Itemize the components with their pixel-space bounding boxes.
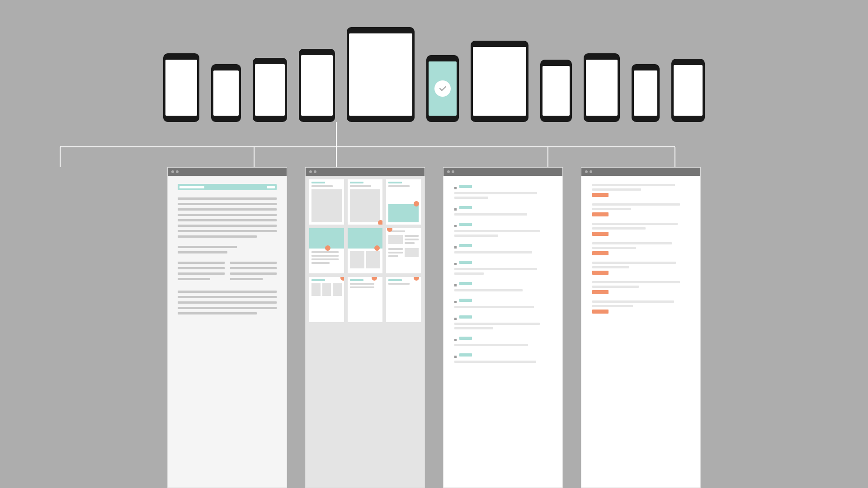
device-screen	[674, 65, 703, 116]
text-line	[178, 251, 227, 253]
tag-teal	[459, 185, 472, 188]
status-dot-icon	[325, 245, 330, 251]
text-line	[178, 219, 277, 221]
device-phone-2	[211, 64, 241, 122]
device-screen	[301, 55, 333, 116]
window-titlebar	[306, 168, 425, 176]
two-column-block	[178, 262, 277, 283]
window-list-orange	[581, 167, 701, 407]
list-item	[454, 314, 552, 329]
tag-teal	[459, 299, 472, 302]
list-item	[592, 203, 689, 216]
text-line	[178, 208, 277, 211]
document-header-bar	[178, 184, 277, 190]
window-control-dot	[590, 170, 592, 173]
window-titlebar	[581, 168, 700, 176]
text-line	[178, 272, 225, 275]
list-item	[454, 184, 552, 199]
windows-row	[0, 167, 723, 407]
text-line	[178, 312, 257, 314]
list-item	[454, 243, 552, 253]
device-screen	[255, 64, 285, 116]
text-line	[178, 307, 277, 309]
tag-teal	[459, 244, 472, 247]
tag-teal	[459, 315, 472, 319]
list-item	[454, 205, 552, 216]
list-item	[592, 223, 689, 236]
text-line	[178, 203, 277, 205]
text-line	[178, 225, 277, 227]
device-screen	[634, 70, 657, 116]
window-control-dot	[585, 170, 588, 173]
status-dot-icon	[374, 245, 380, 251]
list-item	[454, 298, 552, 308]
thumbnail	[348, 228, 382, 273]
thumbnail-grid	[309, 179, 421, 322]
device-phone-8	[671, 59, 705, 122]
checkmark-icon	[438, 84, 447, 93]
window-thumbnail-grid	[305, 167, 425, 407]
thumbnail	[386, 277, 421, 322]
tag-orange	[592, 251, 609, 255]
text-line	[178, 197, 277, 200]
device-phone-7	[632, 64, 660, 122]
device-screen	[586, 60, 618, 116]
list-item	[592, 242, 689, 255]
checkmark-badge	[434, 80, 451, 97]
list-item	[454, 352, 552, 363]
list-item	[592, 262, 689, 275]
text-line	[230, 272, 277, 275]
status-dot-icon	[372, 277, 377, 281]
status-dot-icon	[414, 201, 419, 206]
window-control-dot	[314, 170, 316, 173]
device-row	[0, 0, 723, 122]
text-line	[178, 296, 277, 298]
window-body	[443, 176, 562, 407]
text-line	[230, 267, 277, 269]
device-screen	[213, 70, 239, 116]
status-dot-icon	[378, 220, 382, 225]
text-line	[230, 278, 263, 280]
tag-teal	[459, 282, 472, 285]
device-tablet-2	[471, 41, 528, 122]
text-line	[178, 230, 277, 232]
window-document	[167, 167, 287, 407]
list-item	[592, 281, 689, 294]
text-line	[178, 301, 277, 304]
thumbnail	[348, 277, 382, 322]
list-item	[454, 281, 552, 291]
thumbnail	[386, 179, 421, 225]
list-item	[592, 300, 689, 314]
tag-teal	[459, 261, 472, 264]
device-phone-5	[540, 60, 572, 122]
window-control-dot	[171, 170, 174, 173]
device-screen	[349, 33, 412, 116]
tag-teal	[459, 337, 472, 340]
thumbnail	[309, 179, 344, 225]
status-dot-icon	[414, 277, 419, 281]
tag-teal	[459, 223, 472, 226]
status-dot-icon	[340, 277, 344, 281]
list-item	[454, 222, 552, 237]
device-screen	[165, 60, 197, 116]
tag-orange	[592, 271, 609, 275]
thumbnail	[386, 228, 421, 273]
text-line	[230, 262, 277, 264]
window-titlebar	[443, 168, 562, 176]
device-phone-1	[163, 53, 199, 122]
device-phone-3	[253, 58, 287, 122]
text-line	[178, 267, 225, 269]
thumbnail	[309, 277, 344, 322]
text-line	[178, 262, 225, 264]
device-screen	[473, 47, 526, 116]
thumbnail	[309, 228, 344, 273]
window-body	[168, 176, 287, 407]
tag-teal	[459, 353, 472, 357]
list-item	[454, 336, 552, 346]
text-line	[178, 246, 237, 248]
list-item	[592, 184, 689, 197]
window-body	[581, 176, 700, 407]
connector-lines	[0, 122, 723, 167]
window-control-dot	[452, 170, 454, 173]
device-phone-6	[584, 53, 620, 122]
